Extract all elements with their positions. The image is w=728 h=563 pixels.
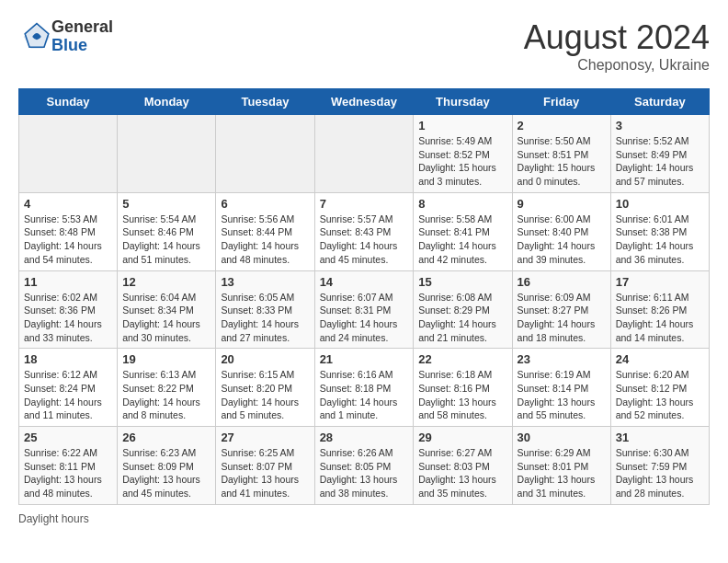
calendar-cell: 2Sunrise: 5:50 AM Sunset: 8:51 PM Daylig… — [512, 115, 610, 193]
calendar-cell: 16Sunrise: 6:09 AM Sunset: 8:27 PM Dayli… — [512, 270, 610, 349]
day-number: 9 — [518, 197, 606, 211]
calendar-cell: 11Sunrise: 6:02 AM Sunset: 8:36 PM Dayli… — [19, 270, 118, 349]
footer-note: Daylight hours — [18, 512, 710, 525]
day-header-row: SundayMondayTuesdayWednesdayThursdayFrid… — [19, 89, 710, 115]
day-info: Sunrise: 6:01 AM Sunset: 8:38 PM Dayligh… — [616, 213, 704, 267]
calendar-cell: 21Sunrise: 6:16 AM Sunset: 8:18 PM Dayli… — [314, 349, 414, 427]
day-info: Sunrise: 5:56 AM Sunset: 8:44 PM Dayligh… — [221, 213, 309, 267]
day-number: 24 — [616, 352, 704, 366]
calendar-cell: 3Sunrise: 5:52 AM Sunset: 8:49 PM Daylig… — [610, 115, 709, 193]
calendar-cell: 6Sunrise: 5:56 AM Sunset: 8:44 PM Daylig… — [216, 192, 314, 270]
day-number: 29 — [418, 431, 506, 444]
calendar-cell: 1Sunrise: 5:49 AM Sunset: 8:52 PM Daylig… — [414, 115, 512, 193]
day-number: 4 — [24, 197, 112, 211]
day-number: 13 — [221, 275, 309, 289]
calendar-cell: 31Sunrise: 6:30 AM Sunset: 7:59 PM Dayli… — [610, 427, 709, 505]
calendar-header: SundayMondayTuesdayWednesdayThursdayFrid… — [19, 89, 710, 115]
day-number: 12 — [122, 275, 210, 289]
calendar-cell: 23Sunrise: 6:19 AM Sunset: 8:14 PM Dayli… — [512, 349, 610, 427]
day-of-week-header: Wednesday — [314, 89, 414, 115]
day-info: Sunrise: 6:13 AM Sunset: 8:22 PM Dayligh… — [122, 368, 210, 422]
day-number: 1 — [418, 119, 506, 132]
calendar-cell: 28Sunrise: 6:26 AM Sunset: 8:05 PM Dayli… — [314, 427, 414, 505]
calendar-cell: 18Sunrise: 6:12 AM Sunset: 8:24 PM Dayli… — [19, 349, 118, 427]
day-info: Sunrise: 6:08 AM Sunset: 8:29 PM Dayligh… — [418, 291, 506, 345]
day-info: Sunrise: 6:22 AM Sunset: 8:11 PM Dayligh… — [24, 446, 112, 500]
day-info: Sunrise: 6:23 AM Sunset: 8:09 PM Dayligh… — [122, 446, 210, 500]
calendar-week-row: 18Sunrise: 6:12 AM Sunset: 8:24 PM Dayli… — [19, 349, 710, 427]
day-info: Sunrise: 6:09 AM Sunset: 8:27 PM Dayligh… — [518, 291, 606, 345]
day-info: Sunrise: 6:07 AM Sunset: 8:31 PM Dayligh… — [320, 291, 409, 345]
day-info: Sunrise: 6:18 AM Sunset: 8:16 PM Dayligh… — [418, 368, 506, 422]
calendar-cell: 20Sunrise: 6:15 AM Sunset: 8:20 PM Dayli… — [216, 349, 314, 427]
title-block: August 2024 Cheponosy, Ukraine — [524, 18, 710, 74]
day-number: 26 — [122, 431, 210, 444]
day-info: Sunrise: 6:04 AM Sunset: 8:34 PM Dayligh… — [122, 291, 210, 345]
day-number: 20 — [221, 352, 309, 366]
calendar-cell: 13Sunrise: 6:05 AM Sunset: 8:33 PM Dayli… — [216, 270, 314, 349]
day-number: 11 — [24, 275, 112, 289]
day-info: Sunrise: 5:57 AM Sunset: 8:43 PM Dayligh… — [320, 213, 409, 267]
day-info: Sunrise: 6:00 AM Sunset: 8:40 PM Dayligh… — [518, 213, 606, 267]
calendar-cell: 26Sunrise: 6:23 AM Sunset: 8:09 PM Dayli… — [118, 427, 216, 505]
day-of-week-header: Friday — [512, 89, 610, 115]
calendar-cell: 12Sunrise: 6:04 AM Sunset: 8:34 PM Dayli… — [118, 270, 216, 349]
day-number: 19 — [122, 352, 210, 366]
calendar-cell: 19Sunrise: 6:13 AM Sunset: 8:22 PM Dayli… — [118, 349, 216, 427]
day-number: 3 — [616, 119, 704, 132]
day-number: 17 — [616, 275, 704, 289]
day-info: Sunrise: 6:27 AM Sunset: 8:03 PM Dayligh… — [418, 446, 506, 500]
calendar-cell — [19, 115, 118, 193]
calendar-week-row: 4Sunrise: 5:53 AM Sunset: 8:48 PM Daylig… — [19, 192, 710, 270]
calendar-cell: 14Sunrise: 6:07 AM Sunset: 8:31 PM Dayli… — [314, 270, 414, 349]
logo-icon — [22, 22, 51, 52]
day-info: Sunrise: 5:50 AM Sunset: 8:51 PM Dayligh… — [518, 134, 606, 189]
calendar-cell: 30Sunrise: 6:29 AM Sunset: 8:01 PM Dayli… — [512, 427, 610, 505]
day-info: Sunrise: 5:52 AM Sunset: 8:49 PM Dayligh… — [616, 134, 704, 189]
day-info: Sunrise: 6:02 AM Sunset: 8:36 PM Dayligh… — [24, 291, 112, 345]
day-of-week-header: Thursday — [414, 89, 512, 115]
day-info: Sunrise: 5:53 AM Sunset: 8:48 PM Dayligh… — [24, 213, 112, 267]
day-number: 21 — [320, 352, 409, 366]
calendar-cell: 10Sunrise: 6:01 AM Sunset: 8:38 PM Dayli… — [610, 192, 709, 270]
day-number: 15 — [418, 275, 506, 289]
day-info: Sunrise: 6:15 AM Sunset: 8:20 PM Dayligh… — [221, 368, 309, 422]
day-number: 27 — [221, 431, 309, 444]
day-number: 25 — [24, 431, 112, 444]
day-info: Sunrise: 5:49 AM Sunset: 8:52 PM Dayligh… — [418, 134, 506, 189]
calendar-cell: 17Sunrise: 6:11 AM Sunset: 8:26 PM Dayli… — [610, 270, 709, 349]
day-info: Sunrise: 6:26 AM Sunset: 8:05 PM Dayligh… — [320, 446, 409, 500]
calendar-cell: 15Sunrise: 6:08 AM Sunset: 8:29 PM Dayli… — [414, 270, 512, 349]
logo-general: General — [51, 18, 113, 37]
day-info: Sunrise: 6:25 AM Sunset: 8:07 PM Dayligh… — [221, 446, 309, 500]
calendar-cell: 8Sunrise: 5:58 AM Sunset: 8:41 PM Daylig… — [414, 192, 512, 270]
calendar-body: 1Sunrise: 5:49 AM Sunset: 8:52 PM Daylig… — [19, 115, 710, 505]
day-of-week-header: Sunday — [19, 89, 118, 115]
calendar-cell: 7Sunrise: 5:57 AM Sunset: 8:43 PM Daylig… — [314, 192, 414, 270]
day-of-week-header: Tuesday — [216, 89, 314, 115]
calendar-cell — [118, 115, 216, 193]
day-number: 10 — [616, 197, 704, 211]
day-number: 14 — [320, 275, 409, 289]
calendar-cell: 24Sunrise: 6:20 AM Sunset: 8:12 PM Dayli… — [610, 349, 709, 427]
calendar-week-row: 25Sunrise: 6:22 AM Sunset: 8:11 PM Dayli… — [19, 427, 710, 505]
logo-blue: Blue — [51, 37, 113, 55]
calendar-table: SundayMondayTuesdayWednesdayThursdayFrid… — [18, 88, 710, 505]
day-number: 6 — [221, 197, 309, 211]
logo-text: General Blue — [51, 18, 113, 55]
day-info: Sunrise: 6:20 AM Sunset: 8:12 PM Dayligh… — [616, 368, 704, 422]
calendar-cell: 22Sunrise: 6:18 AM Sunset: 8:16 PM Dayli… — [414, 349, 512, 427]
calendar-cell: 9Sunrise: 6:00 AM Sunset: 8:40 PM Daylig… — [512, 192, 610, 270]
day-number: 31 — [616, 431, 704, 444]
calendar-cell: 25Sunrise: 6:22 AM Sunset: 8:11 PM Dayli… — [19, 427, 118, 505]
day-info: Sunrise: 5:54 AM Sunset: 8:46 PM Dayligh… — [122, 213, 210, 267]
day-number: 28 — [320, 431, 409, 444]
calendar-cell: 27Sunrise: 6:25 AM Sunset: 8:07 PM Dayli… — [216, 427, 314, 505]
calendar-cell: 4Sunrise: 5:53 AM Sunset: 8:48 PM Daylig… — [19, 192, 118, 270]
calendar-cell: 29Sunrise: 6:27 AM Sunset: 8:03 PM Dayli… — [414, 427, 512, 505]
location-subtitle: Cheponosy, Ukraine — [524, 57, 710, 74]
day-of-week-header: Monday — [118, 89, 216, 115]
calendar-week-row: 11Sunrise: 6:02 AM Sunset: 8:36 PM Dayli… — [19, 270, 710, 349]
day-number: 30 — [518, 431, 606, 444]
day-info: Sunrise: 6:19 AM Sunset: 8:14 PM Dayligh… — [518, 368, 606, 422]
